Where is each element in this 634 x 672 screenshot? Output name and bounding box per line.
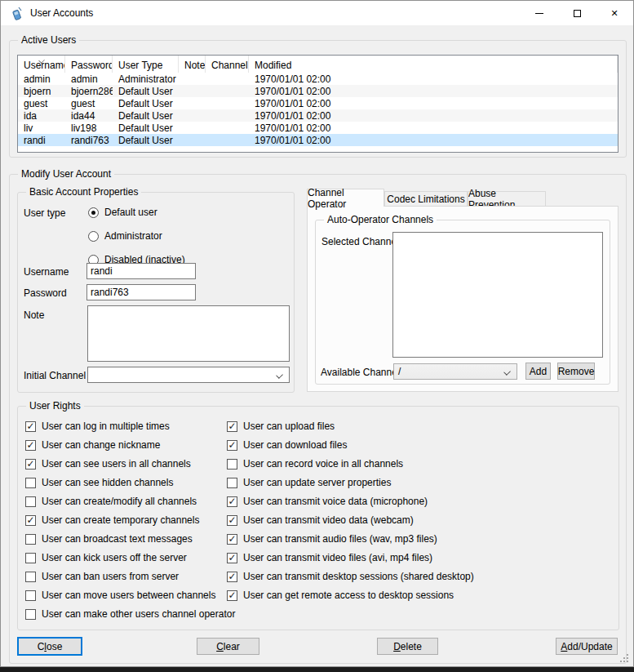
checkbox-unchecked-icon: [25, 590, 36, 601]
password-field[interactable]: [86, 284, 196, 300]
users-table-header: UsernamePasswordUser TypeNoteChannelModi…: [18, 56, 618, 73]
app-icon: [10, 7, 24, 20]
cell-modified: 1970/01/01 02:00: [249, 98, 618, 109]
table-row[interactable]: adminadminAdministrator1970/01/01 02:00: [18, 73, 618, 85]
checkbox-unchecked-icon: [227, 478, 237, 488]
users-table-body: adminadminAdministrator1970/01/01 02:00b…: [18, 73, 618, 146]
column-header-channel[interactable]: Channel: [206, 56, 249, 73]
active-users-group-label: Active Users: [18, 34, 79, 46]
selected-channels-listbox[interactable]: [392, 232, 603, 358]
column-header-note[interactable]: Note: [179, 56, 206, 73]
add-update-button[interactable]: Add/Update: [556, 638, 618, 655]
delete-button[interactable]: Delete: [377, 638, 438, 655]
auto-operator-group-label: Auto-Operator Channels: [324, 214, 437, 225]
column-header-username[interactable]: Username: [18, 56, 65, 73]
user-right-checkbox[interactable]: User can record voice in all channels: [227, 459, 474, 470]
close-button[interactable]: Close: [17, 637, 82, 656]
user-right-checkbox[interactable]: User can create/modify all channels: [25, 496, 235, 507]
clear-button[interactable]: Clear: [197, 638, 259, 655]
available-channels-dropdown[interactable]: /: [393, 363, 517, 380]
checkbox-label: User can broadcast text messages: [42, 534, 193, 545]
user-right-checkbox[interactable]: ✓User can download files: [227, 440, 474, 451]
user-type-label: User type: [24, 207, 65, 219]
user-right-checkbox[interactable]: ✓User can transmit voice data (microphon…: [227, 496, 474, 507]
note-field[interactable]: [87, 305, 290, 362]
close-icon: ✕: [610, 9, 618, 18]
user-accounts-window: User Accounts ✕ Active Users UsernamePas…: [0, 0, 634, 667]
add-button[interactable]: Add: [525, 363, 551, 380]
cell-modified: 1970/01/01 02:00: [249, 135, 618, 146]
tab-abuse-prevention[interactable]: Abuse Prevention: [468, 191, 546, 207]
initial-channel-dropdown[interactable]: [87, 367, 290, 383]
username-field[interactable]: [86, 263, 196, 279]
user-right-checkbox[interactable]: ✓User can change nickname: [25, 440, 235, 451]
user-right-checkbox[interactable]: ✓User can transmit audio files (wav, mp3…: [227, 534, 474, 545]
user-rights-left-column: ✓User can log in multiple times✓User can…: [25, 421, 235, 628]
user-right-checkbox[interactable]: ✓User can upload files: [227, 421, 474, 432]
radio-label: Default user: [104, 207, 157, 218]
table-row[interactable]: randirandi763Default User1970/01/01 02:0…: [18, 134, 618, 146]
cell-username: admin: [18, 73, 65, 85]
user-right-checkbox[interactable]: User can kick users off the server: [25, 553, 235, 563]
minimize-button[interactable]: [521, 1, 558, 25]
checkbox-unchecked-icon: [25, 553, 36, 563]
maximize-button[interactable]: [558, 1, 596, 25]
user-rights-group-label: User Rights: [26, 400, 84, 412]
user-right-checkbox[interactable]: User can move users between channels: [25, 590, 235, 601]
checkbox-label: User can change nickname: [42, 440, 160, 451]
tab-codec-limitations[interactable]: Codec Limitations: [384, 191, 468, 207]
user-right-checkbox[interactable]: User can ban users from server: [25, 572, 235, 582]
user-right-checkbox[interactable]: ✓User can transmit video data (webcam): [227, 515, 474, 526]
column-header-modified[interactable]: Modified: [249, 56, 618, 73]
checkbox-checked-icon: ✓: [25, 421, 36, 432]
tab-channel-operator[interactable]: Channel Operator: [307, 189, 384, 207]
checkbox-checked-icon: ✓: [227, 534, 237, 545]
cell-user_type: Default User: [113, 110, 179, 122]
checkbox-checked-icon: ✓: [227, 590, 237, 601]
remove-button[interactable]: Remove: [557, 363, 595, 380]
user-rights-right-column: ✓User can upload files✓User can download…: [227, 421, 474, 609]
cell-user_type: Default User: [113, 98, 179, 109]
user-type-radio[interactable]: Default user: [88, 207, 185, 218]
user-type-radio[interactable]: Administrator: [88, 231, 185, 242]
cell-username: guest: [18, 98, 65, 109]
cell-password: liv198: [65, 122, 113, 134]
cell-password: admin: [65, 73, 113, 85]
checkbox-label: User can make other users channel operat…: [42, 609, 235, 620]
checkbox-checked-icon: ✓: [227, 421, 237, 432]
selected-channels-label: Selected Channels: [321, 236, 404, 247]
column-header-password[interactable]: Password: [65, 56, 113, 73]
checkbox-checked-icon: ✓: [227, 515, 237, 526]
close-window-button[interactable]: ✕: [596, 1, 633, 25]
checkbox-checked-icon: ✓: [25, 515, 36, 526]
users-table: UsernamePasswordUser TypeNoteChannelModi…: [17, 55, 618, 153]
table-row[interactable]: bjoernbjoern286Default User1970/01/01 02…: [18, 85, 618, 97]
basic-group-label: Basic Account Properties: [26, 186, 141, 198]
checkbox-unchecked-icon: [25, 534, 36, 545]
cell-password: randi763: [65, 135, 113, 146]
column-header-user_type[interactable]: User Type: [113, 56, 179, 73]
user-right-checkbox[interactable]: User can see hidden channels: [25, 478, 235, 488]
table-row[interactable]: idaida44Default User1970/01/01 02:00: [18, 109, 618, 122]
user-right-checkbox[interactable]: ✓User can create temporary channels: [25, 515, 235, 526]
user-right-checkbox[interactable]: ✓User can transmit video files (avi, mp4…: [227, 553, 474, 563]
table-row[interactable]: livliv198Default User1970/01/01 02:00: [18, 122, 618, 134]
table-row[interactable]: guestguestDefault User1970/01/01 02:00: [18, 97, 618, 109]
user-right-checkbox[interactable]: User can update server properties: [227, 478, 474, 488]
checkbox-label: User can kick users off the server: [42, 553, 187, 563]
checkbox-label: User can ban users from server: [42, 572, 179, 582]
user-right-checkbox[interactable]: ✓User can see users in all channels: [25, 459, 235, 470]
user-right-checkbox[interactable]: ✓User can log in multiple times: [25, 421, 235, 432]
user-right-checkbox[interactable]: User can broadcast text messages: [25, 534, 235, 545]
cell-user_type: Default User: [113, 122, 179, 134]
user-right-checkbox[interactable]: User can make other users channel operat…: [25, 609, 235, 620]
user-right-checkbox[interactable]: ✓User can transmit desktop sessions (sha…: [227, 572, 474, 582]
checkbox-checked-icon: ✓: [25, 459, 36, 470]
cell-username: ida: [18, 110, 65, 122]
checkbox-unchecked-icon: [25, 478, 36, 488]
resize-grip-icon[interactable]: [627, 661, 628, 662]
checkbox-label: User can move users between channels: [42, 590, 215, 601]
checkbox-label: User can see users in all channels: [42, 459, 191, 470]
user-right-checkbox[interactable]: ✓User can get remote access to desktop s…: [227, 590, 474, 601]
checkbox-label: User can transmit video files (avi, mp4 …: [243, 553, 432, 563]
